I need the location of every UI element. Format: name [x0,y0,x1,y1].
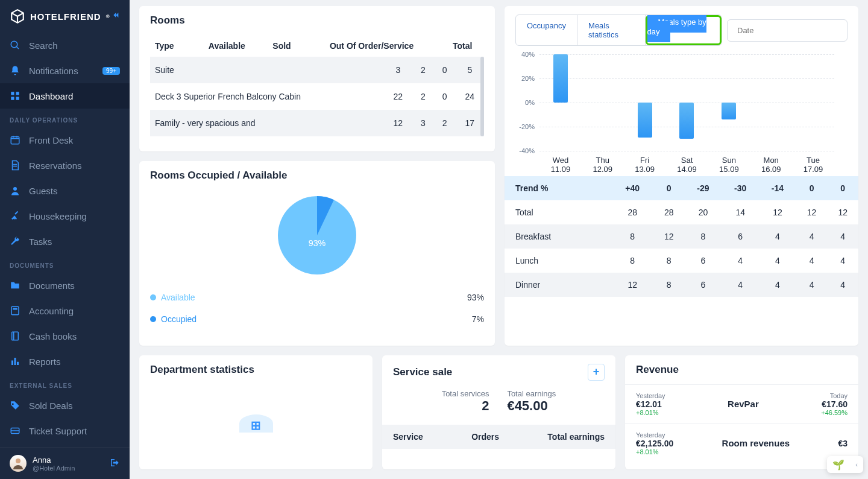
legend-row: Available93% [150,287,484,308]
table-row[interactable]: Deck 3 Superior French Balcony Cabin2220… [150,83,484,110]
chart-bar [638,103,652,138]
x-tick-label: Tue17.09 [792,156,834,174]
user-icon [10,185,20,196]
sidebar-collapse-icon[interactable] [110,10,120,22]
nav-label: Notifications [29,66,78,76]
legend-value: 93% [467,293,484,302]
total-earnings-label: Total earnings [507,389,556,398]
sidebar-item-sold-deals[interactable]: Sold Deals [0,393,130,418]
date-input[interactable] [727,19,848,42]
x-tick-label: Wed11.09 [539,156,582,174]
tab-occupancy[interactable]: Occupancy [516,15,577,45]
total-earnings-value: €45.00 [507,398,556,414]
sidebar-item-housekeeping[interactable]: Housekeeping [0,203,130,229]
sidebar-item-ticket-support[interactable]: Ticket Support [0,418,130,443]
folder-icon [10,280,20,291]
user-bar[interactable]: Anna @Hotel Admin [0,447,130,479]
bell-icon [10,65,20,76]
room-type: Deck 3 Superior French Balcony Cabin [150,83,384,110]
logout-icon[interactable] [109,457,120,470]
logo-cube-icon [10,8,25,24]
table-row[interactable]: Suite3205 [150,57,484,83]
x-tick-label: Sat14.09 [666,156,708,174]
nav-section-header: EXTERNAL SALES [0,374,130,393]
table-row[interactable]: Family - very spacious and123217 [150,110,484,136]
x-tick-label: Thu12.09 [582,156,624,174]
leaf-icon: 🌱 [832,459,844,471]
svg-rect-7 [11,306,19,315]
service-title: Service sale [393,366,452,378]
tab-meals-statistics[interactable]: Meals statistics [577,15,645,45]
main-content: Rooms TypeAvailableSoldOut Of Order/Serv… [130,0,868,479]
rooms-title: Rooms [139,6,495,35]
tag-icon [10,400,20,411]
grid-icon [10,90,20,101]
calendar-icon [10,135,20,145]
sidebar-item-search[interactable]: Search [0,33,130,58]
room-type: Suite [150,57,384,83]
sidebar-item-reservations[interactable]: Reservations [0,153,130,178]
dept-title: Department statistics [139,355,373,384]
tab-meals-type-by-day[interactable]: Meals type by day [647,14,706,42]
svg-text:93%: 93% [309,239,326,249]
nav-label: Documents [29,281,75,291]
chart-icon [10,356,20,367]
meals-row: Lunch8864444 [505,249,858,273]
chart-placeholder-icon: ⊞ [251,418,261,433]
nav-badge: 99+ [102,67,120,75]
meals-row: Trend %+400-29-30-1400 [505,176,858,200]
legend-value: 7% [472,314,484,324]
nav-label: Tasks [29,236,52,247]
sidebar-item-dashboard[interactable]: Dashboard [0,83,130,109]
revenue-card: Revenue Yesterday€12.01+8.01%RevParToday… [625,355,858,469]
broom-icon [10,211,20,221]
occupancy-card: Rooms Occupied / Available 93% Available… [139,161,495,345]
rooms-col-header: Sold [261,35,303,57]
revenue-title: Revenue [625,355,858,384]
sidebar-item-documents[interactable]: Documents [0,273,130,298]
revenue-row: Yesterday€12.01+8.01%RevParToday€17.60+4… [625,384,858,423]
svg-point-6 [13,187,17,191]
chevron-left-icon: ‹ [855,461,858,468]
svg-point-0 [11,41,17,48]
rooms-col-header: Out Of Order/Service [303,35,441,57]
y-tick-label: 20% [521,75,535,82]
sidebar-item-guests[interactable]: Guests [0,178,130,203]
brand-logo[interactable]: HOTELFRIEND® [10,8,110,24]
nav-label: Housekeeping [29,211,87,221]
meals-row-label: Dinner [505,273,612,297]
svg-point-11 [16,458,20,463]
meals-row-label: Breakfast [505,224,612,249]
sidebar-item-reports[interactable]: Reports [0,349,130,374]
avatar [10,455,27,472]
nav-label: Accounting [29,306,74,316]
nav-label: Reports [29,357,61,367]
legend-label: Occupied [161,314,197,324]
float-widget[interactable]: 🌱 ‹ [827,456,863,473]
nav-section-header: DOCUMENTS [0,254,130,273]
total-services-label: Total services [442,389,489,398]
brand-name: HOTELFRIEND [30,11,101,22]
dept-stats-card: Department statistics ⊞ [139,355,373,469]
svg-rect-5 [11,137,19,144]
sidebar-item-front-desk[interactable]: Front Desk [0,127,130,153]
sidebar-item-cash-books[interactable]: Cash books [0,323,130,349]
search-icon [10,40,20,51]
service-sale-card: Service sale + Total services 2 Total ea… [382,355,615,469]
rooms-col-header: Total [441,35,484,57]
meals-row-label: Lunch [505,249,612,273]
rooms-col-header: Available [192,35,261,57]
sidebar-item-accounting[interactable]: Accounting [0,298,130,323]
user-role: @Hotel Admin [33,465,75,472]
add-service-button[interactable]: + [588,364,605,381]
y-tick-label: -20% [519,123,535,130]
svg-rect-1 [11,92,14,95]
svg-rect-4 [16,97,19,100]
chart-bar [553,54,568,103]
meals-card: OccupancyMeals statisticsMeals type by d… [505,6,858,346]
sidebar-item-notifications[interactable]: Notifications99+ [0,58,130,83]
y-tick-label: 40% [521,51,535,58]
legend-dot-icon [150,316,156,322]
x-tick-label: Fri13.09 [624,156,666,174]
sidebar-item-tasks[interactable]: Tasks [0,229,130,254]
